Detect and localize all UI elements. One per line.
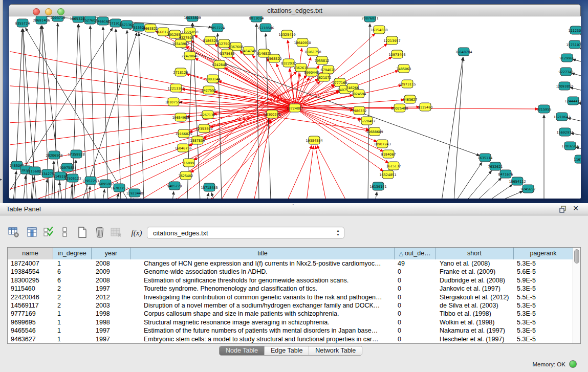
graph-node[interactable]: 9184067 xyxy=(381,150,396,158)
graph-node[interactable]: 17359928 xyxy=(68,150,84,158)
table-cell[interactable]: 5.9E-5 xyxy=(514,276,573,285)
graph-node[interactable]: 16099 xyxy=(183,159,194,167)
table-cell[interactable]: 1997 xyxy=(92,326,131,335)
table-cell[interactable]: 5.3E-5 xyxy=(514,335,573,343)
table-cell[interactable]: Estimation of the future numbers of pati… xyxy=(131,326,395,335)
graph-node[interactable]: 9242845 xyxy=(212,60,227,69)
graph-node[interactable]: 8454749 xyxy=(242,47,256,55)
table-row[interactable]: 1830029562008Estimation of significance … xyxy=(8,276,573,285)
table-cell[interactable]: 2 xyxy=(53,301,92,310)
table-row[interactable]: 977716911998Corpus callosum shape and si… xyxy=(8,310,573,318)
delete-column-button-disabled[interactable] xyxy=(110,226,123,240)
graph-node[interactable]: 12093852 xyxy=(556,82,573,90)
graph-node[interactable]: 9227343 xyxy=(559,68,574,76)
table-cell[interactable]: 49 xyxy=(395,259,435,268)
graph-node[interactable]: 12973115 xyxy=(399,80,416,88)
graph-node[interactable]: 7625402 xyxy=(179,171,193,180)
graph-node[interactable]: 2718126 xyxy=(173,68,188,76)
column-header-out_de[interactable]: △ out_de… xyxy=(395,248,435,259)
column-header-short[interactable]: short xyxy=(435,248,514,259)
graph-node[interactable]: 9215955 xyxy=(537,105,552,113)
graph-node[interactable]: 16210643 xyxy=(553,113,570,121)
table-cell[interactable]: Hescheler et al. (1997) xyxy=(435,335,514,343)
column-header-in_degree[interactable]: in_degree xyxy=(53,248,92,259)
table-cell[interactable]: 0 xyxy=(395,335,435,343)
table-cell[interactable]: 2008 xyxy=(92,259,131,268)
table-cell[interactable]: 19384554 xyxy=(8,268,53,276)
table-cell[interactable]: 2 xyxy=(53,293,92,301)
table-cell[interactable]: 9777169 xyxy=(8,310,53,318)
graph-node[interactable]: 1587834 xyxy=(190,136,205,144)
graph-node[interactable]: 19384554 xyxy=(306,136,322,144)
table-cell[interactable]: 9463627 xyxy=(8,335,53,343)
table-row[interactable]: 946362711997Embryonic stem cells: a mode… xyxy=(8,335,573,343)
graph-node[interactable]: 3375685 xyxy=(220,49,235,57)
graph-node[interactable]: 16033809 xyxy=(184,16,201,21)
graph-node[interactable]: 10025488 xyxy=(391,104,408,112)
table-row[interactable]: 1938455462009Genome-wide association stu… xyxy=(8,268,573,276)
panel-splitter-grip[interactable]: ⌃ xyxy=(292,204,295,208)
graph-node[interactable]: 9097588 xyxy=(60,163,75,171)
graph-node[interactable]: 9485779 xyxy=(167,182,182,190)
graph-node[interactable]: 12444419 xyxy=(564,97,581,105)
table-cell[interactable]: Corpus callosum shape and size in male p… xyxy=(131,310,395,318)
graph-node[interactable]: 8427552 xyxy=(202,86,216,94)
table-cell[interactable]: 5.3E-5 xyxy=(514,301,573,310)
table-cell[interactable]: 1 xyxy=(53,259,92,268)
graph-node[interactable]: 15720407 xyxy=(358,117,375,125)
table-cell[interactable]: Embryonic stem cells: a model to study s… xyxy=(131,335,395,343)
function-builder-button[interactable]: f(x) xyxy=(128,226,145,240)
table-cell[interactable]: 5.6E-5 xyxy=(514,268,573,276)
scrollbar-thumb[interactable] xyxy=(574,249,579,264)
graph-node[interactable]: 7955812 xyxy=(315,56,330,64)
float-panel-icon[interactable] xyxy=(559,206,567,213)
graph-node[interactable]: 15218506 xyxy=(257,24,274,32)
delete-table-button[interactable] xyxy=(93,226,106,240)
table-cell[interactable]: 9465546 xyxy=(8,326,53,335)
graph-node[interactable]: 1568520 xyxy=(267,54,282,62)
network-canvas[interactable]: 9355724206914062093714106532871527602646… xyxy=(10,16,581,199)
table-cell[interactable]: Tourette syndrome. Phenomenology and cla… xyxy=(131,285,395,293)
table-cell[interactable]: 1 xyxy=(53,326,92,335)
table-cell[interactable]: 18300295 xyxy=(8,276,53,285)
graph-node[interactable]: 18640910 xyxy=(294,38,311,47)
table-cell[interactable]: 6 xyxy=(53,268,92,276)
create-new-table-button[interactable] xyxy=(76,226,89,240)
graph-node[interactable]: 20691406 xyxy=(33,16,50,24)
table-cell[interactable]: 1997 xyxy=(92,335,131,343)
graph-node[interactable]: 15718485 xyxy=(201,183,217,191)
table-row[interactable]: 946554611997Estimation of the future num… xyxy=(8,326,573,335)
graph-node[interactable]: 9115460 xyxy=(418,103,433,111)
table-cell[interactable]: 0 xyxy=(395,318,435,326)
graph-node[interactable]: 9129966 xyxy=(560,54,575,62)
network-graph[interactable]: 9355724206914062093714106532871527602646… xyxy=(10,16,581,199)
table-cell[interactable]: 6 xyxy=(53,276,92,285)
graph-node[interactable]: 17016504 xyxy=(561,142,578,150)
left-splitter-strip[interactable]: ▸ xyxy=(0,0,3,203)
table-cell[interactable]: 2 xyxy=(53,285,92,293)
table-cell[interactable]: Structural magnetic resonance image aver… xyxy=(131,318,395,326)
graph-node[interactable]: 7485063 xyxy=(397,64,411,73)
table-cell[interactable]: 5.5E-5 xyxy=(514,293,573,301)
table-cell[interactable]: Yano et al. (2008) xyxy=(435,259,514,268)
table-cell[interactable]: 2009 xyxy=(92,268,131,276)
table-cell[interactable]: Jankovic et al. (1997) xyxy=(435,285,514,293)
graph-node[interactable]: 10325419 xyxy=(278,30,295,38)
graph-node[interactable]: 1615137 xyxy=(386,162,401,170)
graph-node[interactable]: 20206506 xyxy=(46,151,62,159)
table-cell[interactable]: Estimation of significance thresholds fo… xyxy=(131,276,395,285)
table-selector-dropdown[interactable]: citations_edges.txt ▲▼ xyxy=(147,227,344,239)
graph-node[interactable]: 8813054 xyxy=(249,16,264,22)
table-cell[interactable]: Genome-wide association studies in ADHD. xyxy=(131,268,395,276)
column-header-pagerank[interactable]: pagerank xyxy=(514,248,573,259)
graph-node[interactable]: 16046756 xyxy=(175,144,191,152)
graph-node[interactable]: 16648784 xyxy=(455,48,472,56)
graph-node[interactable]: 15751074 xyxy=(566,40,581,49)
memory-status-indicator[interactable] xyxy=(569,360,577,368)
table-cell[interactable]: 1998 xyxy=(92,318,131,326)
tab-edge-table[interactable]: Edge Table xyxy=(265,346,309,355)
graph-node[interactable]: 7857224 xyxy=(210,24,225,32)
graph-node[interactable]: 20876821 xyxy=(361,16,378,22)
graph-node[interactable]: 116753 xyxy=(574,155,581,163)
table-cell[interactable]: 0 xyxy=(395,301,435,310)
